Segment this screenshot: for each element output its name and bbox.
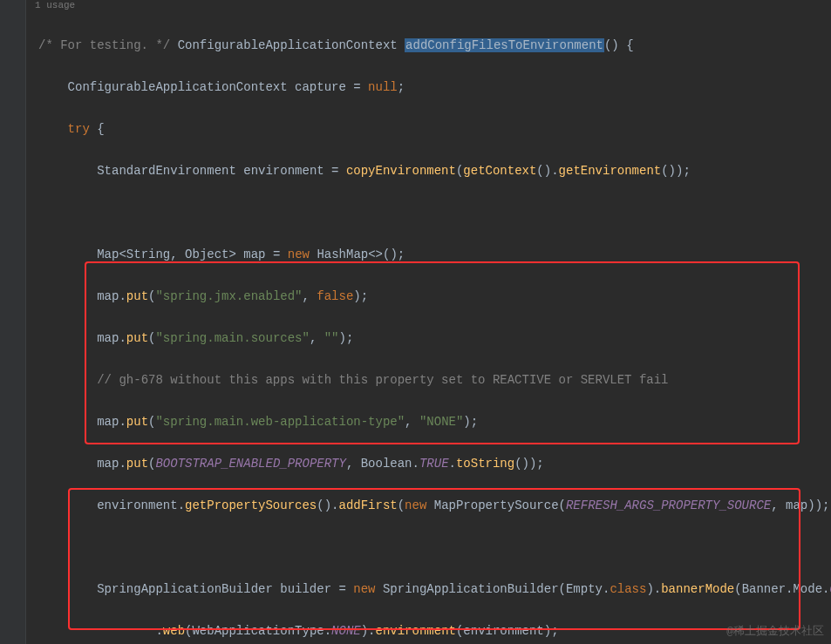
method-call: copyEnvironment bbox=[346, 164, 456, 178]
type: ConfigurableApplicationContext bbox=[68, 80, 288, 94]
watermark: @稀土掘金技术社区 bbox=[726, 623, 824, 639]
var: capture bbox=[295, 80, 346, 94]
type: StandardEnvironment bbox=[97, 164, 236, 178]
comment: /* For testing. */ bbox=[38, 38, 170, 52]
code-editor[interactable]: /* For testing. */ ConfigurableApplicati… bbox=[26, 14, 831, 644]
try-kw: try bbox=[68, 122, 90, 136]
var: environment bbox=[243, 164, 324, 178]
type: Map bbox=[97, 247, 119, 261]
return-type: ConfigurableApplicationContext bbox=[178, 38, 398, 52]
method-call: getEnvironment bbox=[559, 164, 662, 178]
method-call: getContext bbox=[463, 164, 536, 178]
null-kw: null bbox=[368, 80, 398, 94]
comment: // gh-678 without this apps with this pr… bbox=[97, 373, 668, 387]
usages-label[interactable]: 1 usage bbox=[35, 0, 75, 10]
method-name-highlighted[interactable]: addConfigFilesToEnvironment bbox=[405, 38, 604, 52]
editor-gutter bbox=[0, 0, 26, 644]
